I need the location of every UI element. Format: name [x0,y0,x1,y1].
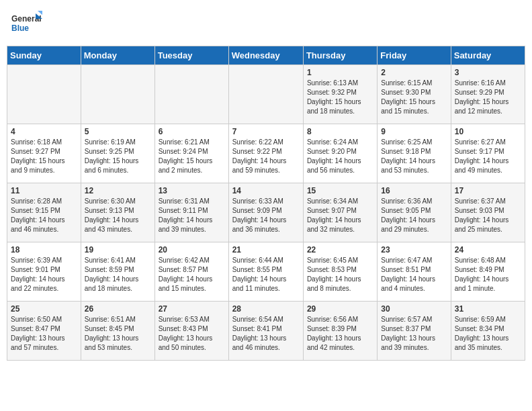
calendar-cell: 15Sunrise: 6:34 AMSunset: 9:07 PMDayligh… [303,183,377,242]
day-info: Sunrise: 6:59 AMSunset: 8:34 PMDaylight:… [455,315,521,353]
weekday-header: Monday [81,46,154,65]
calendar-cell: 25Sunrise: 6:50 AMSunset: 8:47 PMDayligh… [7,302,81,361]
day-number: 8 [307,127,373,136]
day-info: Sunrise: 6:21 AMSunset: 9:24 PMDaylight:… [159,138,225,175]
day-number: 5 [85,127,151,136]
day-info: Sunrise: 6:13 AMSunset: 9:32 PMDaylight:… [307,79,373,116]
calendar-cell: 8Sunrise: 6:24 AMSunset: 9:20 PMDaylight… [303,124,377,183]
day-number: 21 [232,245,300,255]
day-number: 10 [455,127,521,136]
day-number: 13 [159,186,225,195]
calendar-cell: 14Sunrise: 6:33 AMSunset: 9:09 PMDayligh… [228,183,303,242]
day-number: 25 [11,304,77,314]
day-info: Sunrise: 6:15 AMSunset: 9:30 PMDaylight:… [381,79,447,116]
day-info: Sunrise: 6:27 AMSunset: 9:17 PMDaylight:… [455,138,521,175]
page-header: General Blue [7,7,525,39]
calendar-cell: 30Sunrise: 6:57 AMSunset: 8:37 PMDayligh… [378,302,451,361]
weekday-header: Friday [378,46,451,65]
day-number: 27 [159,304,225,314]
calendar-cell: 3Sunrise: 6:16 AMSunset: 9:29 PMDaylight… [451,65,525,124]
day-info: Sunrise: 6:57 AMSunset: 8:37 PMDaylight:… [381,315,447,353]
calendar-week-row: 25Sunrise: 6:50 AMSunset: 8:47 PMDayligh… [7,302,525,361]
calendar-cell: 6Sunrise: 6:21 AMSunset: 9:24 PMDaylight… [154,124,228,183]
day-info: Sunrise: 6:37 AMSunset: 9:03 PMDaylight:… [455,197,521,234]
logo: General Blue [10,7,42,39]
day-info: Sunrise: 6:51 AMSunset: 8:45 PMDaylight:… [85,315,151,353]
day-info: Sunrise: 6:24 AMSunset: 9:20 PMDaylight:… [307,138,373,175]
calendar-cell: 11Sunrise: 6:28 AMSunset: 9:15 PMDayligh… [7,183,81,242]
day-info: Sunrise: 6:18 AMSunset: 9:27 PMDaylight:… [11,138,77,175]
calendar-cell: 22Sunrise: 6:45 AMSunset: 8:53 PMDayligh… [303,242,377,302]
day-number: 3 [455,68,521,77]
day-number: 30 [381,304,447,314]
calendar-cell [7,65,81,124]
calendar-cell: 4Sunrise: 6:18 AMSunset: 9:27 PMDaylight… [7,124,81,183]
calendar-cell: 7Sunrise: 6:22 AMSunset: 9:22 PMDaylight… [228,124,303,183]
day-number: 6 [159,127,225,136]
day-number: 20 [159,245,225,255]
calendar-cell: 28Sunrise: 6:54 AMSunset: 8:41 PMDayligh… [228,302,303,361]
calendar-week-row: 4Sunrise: 6:18 AMSunset: 9:27 PMDaylight… [7,124,525,183]
calendar-cell: 31Sunrise: 6:59 AMSunset: 8:34 PMDayligh… [451,302,525,361]
day-info: Sunrise: 6:41 AMSunset: 8:59 PMDaylight:… [85,256,151,293]
calendar-week-row: 1Sunrise: 6:13 AMSunset: 9:32 PMDaylight… [7,65,525,124]
day-info: Sunrise: 6:33 AMSunset: 9:09 PMDaylight:… [232,197,300,234]
calendar-cell [228,65,303,124]
day-number: 9 [381,127,447,136]
day-number: 28 [232,304,300,314]
calendar-cell: 1Sunrise: 6:13 AMSunset: 9:32 PMDaylight… [303,65,377,124]
weekday-header: Thursday [303,46,377,65]
day-number: 26 [85,304,151,314]
day-number: 15 [307,186,373,195]
calendar-cell: 29Sunrise: 6:56 AMSunset: 8:39 PMDayligh… [303,302,377,361]
calendar-cell: 10Sunrise: 6:27 AMSunset: 9:17 PMDayligh… [451,124,525,183]
calendar-cell: 9Sunrise: 6:25 AMSunset: 9:18 PMDaylight… [378,124,451,183]
calendar-week-row: 18Sunrise: 6:39 AMSunset: 9:01 PMDayligh… [7,242,525,302]
weekday-header: Tuesday [154,46,228,65]
calendar-cell: 20Sunrise: 6:42 AMSunset: 8:57 PMDayligh… [154,242,228,302]
calendar-cell: 17Sunrise: 6:37 AMSunset: 9:03 PMDayligh… [451,183,525,242]
calendar-cell: 27Sunrise: 6:53 AMSunset: 8:43 PMDayligh… [154,302,228,361]
day-number: 19 [85,245,151,255]
day-number: 23 [381,245,447,255]
day-number: 22 [307,245,373,255]
day-number: 2 [381,68,447,77]
day-info: Sunrise: 6:22 AMSunset: 9:22 PMDaylight:… [232,138,300,175]
calendar-cell: 23Sunrise: 6:47 AMSunset: 8:51 PMDayligh… [378,242,451,302]
logo-bird-icon: General Blue [10,7,42,39]
day-number: 14 [232,186,300,195]
day-info: Sunrise: 6:47 AMSunset: 8:51 PMDaylight:… [381,256,447,293]
weekday-header: Wednesday [228,46,303,65]
day-number: 4 [11,127,77,136]
calendar-cell: 26Sunrise: 6:51 AMSunset: 8:45 PMDayligh… [81,302,154,361]
day-info: Sunrise: 6:16 AMSunset: 9:29 PMDaylight:… [455,79,521,116]
day-number: 16 [381,186,447,195]
day-number: 1 [307,68,373,77]
day-info: Sunrise: 6:53 AMSunset: 8:43 PMDaylight:… [159,315,225,353]
calendar-week-row: 11Sunrise: 6:28 AMSunset: 9:15 PMDayligh… [7,183,525,242]
day-number: 31 [455,304,521,314]
day-info: Sunrise: 6:42 AMSunset: 8:57 PMDaylight:… [159,256,225,293]
calendar-cell: 13Sunrise: 6:31 AMSunset: 9:11 PMDayligh… [154,183,228,242]
svg-text:Blue: Blue [11,24,29,33]
weekday-header-row: SundayMondayTuesdayWednesdayThursdayFrid… [7,46,525,65]
day-number: 18 [11,245,77,255]
day-info: Sunrise: 6:56 AMSunset: 8:39 PMDaylight:… [307,315,373,353]
weekday-header: Saturday [451,46,525,65]
day-info: Sunrise: 6:30 AMSunset: 9:13 PMDaylight:… [85,197,151,234]
calendar-cell: 16Sunrise: 6:36 AMSunset: 9:05 PMDayligh… [378,183,451,242]
day-info: Sunrise: 6:28 AMSunset: 9:15 PMDaylight:… [11,197,77,234]
calendar-cell: 2Sunrise: 6:15 AMSunset: 9:30 PMDaylight… [378,65,451,124]
weekday-header: Sunday [7,46,81,65]
calendar-cell [154,65,228,124]
calendar-cell: 24Sunrise: 6:48 AMSunset: 8:49 PMDayligh… [451,242,525,302]
day-number: 11 [11,186,77,195]
day-info: Sunrise: 6:31 AMSunset: 9:11 PMDaylight:… [159,197,225,234]
day-info: Sunrise: 6:48 AMSunset: 8:49 PMDaylight:… [455,256,521,293]
day-number: 29 [307,304,373,314]
day-info: Sunrise: 6:54 AMSunset: 8:41 PMDaylight:… [232,315,300,353]
calendar-cell: 18Sunrise: 6:39 AMSunset: 9:01 PMDayligh… [7,242,81,302]
day-info: Sunrise: 6:45 AMSunset: 8:53 PMDaylight:… [307,256,373,293]
calendar-cell: 19Sunrise: 6:41 AMSunset: 8:59 PMDayligh… [81,242,154,302]
calendar-table: SundayMondayTuesdayWednesdayThursdayFrid… [7,46,525,361]
